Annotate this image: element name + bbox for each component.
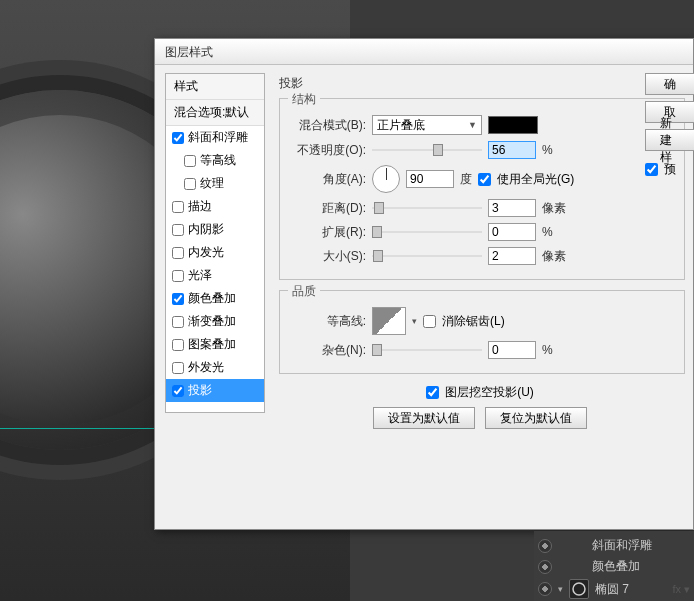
style-item-satin[interactable]: 光泽 (166, 264, 264, 287)
spread-slider[interactable] (372, 224, 482, 240)
contour-q-label: 等高线: (288, 313, 366, 330)
spread-unit: % (542, 225, 553, 239)
inner-shadow-checkbox[interactable] (172, 224, 184, 236)
blend-mode-select[interactable]: 正片叠底 ▼ (372, 115, 482, 135)
color-overlay-label: 颜色叠加 (188, 290, 236, 307)
outer-glow-label: 外发光 (188, 359, 224, 376)
distance-input[interactable] (488, 199, 536, 217)
contour-picker[interactable] (372, 307, 406, 335)
knockout-label: 图层挖空投影(U) (445, 384, 534, 401)
opacity-slider[interactable] (372, 142, 482, 158)
layer-fx-row[interactable]: 颜色叠加 (538, 556, 690, 577)
layer-fx-row[interactable]: 斜面和浮雕 (538, 535, 690, 556)
style-item-pattern-overlay[interactable]: 图案叠加 (166, 333, 264, 356)
style-item-gradient-overlay[interactable]: 渐变叠加 (166, 310, 264, 333)
visibility-icon[interactable] (538, 582, 552, 596)
angle-dial[interactable] (372, 165, 400, 193)
layer-name: 椭圆 7 (595, 581, 629, 598)
noise-label: 杂色(N): (288, 342, 366, 359)
size-label: 大小(S): (288, 248, 366, 265)
layer-style-dialog: 图层样式 样式 混合选项:默认 斜面和浮雕 等高线 纹理 描边 内阴影 内发光 … (154, 38, 694, 530)
satin-label: 光泽 (188, 267, 212, 284)
pattern-overlay-label: 图案叠加 (188, 336, 236, 353)
inner-glow-label: 内发光 (188, 244, 224, 261)
distance-slider[interactable] (372, 200, 482, 216)
contour-checkbox[interactable] (184, 155, 196, 167)
styles-list-panel: 样式 混合选项:默认 斜面和浮雕 等高线 纹理 描边 内阴影 内发光 光泽 颜色… (165, 73, 265, 413)
set-default-button[interactable]: 设置为默认值 (373, 407, 475, 429)
size-slider[interactable] (372, 248, 482, 264)
outer-glow-checkbox[interactable] (172, 362, 184, 374)
size-unit: 像素 (542, 248, 566, 265)
ok-button[interactable]: 确 (645, 73, 694, 95)
style-item-contour[interactable]: 等高线 (166, 149, 264, 172)
style-item-drop-shadow[interactable]: 投影 (166, 379, 264, 402)
ellipse-shape-icon (571, 581, 587, 597)
visibility-icon[interactable] (538, 539, 552, 553)
inner-glow-checkbox[interactable] (172, 247, 184, 259)
texture-checkbox[interactable] (184, 178, 196, 190)
distance-unit: 像素 (542, 200, 566, 217)
style-item-inner-shadow[interactable]: 内阴影 (166, 218, 264, 241)
blend-mode-value: 正片叠底 (377, 117, 425, 134)
stroke-checkbox[interactable] (172, 201, 184, 213)
color-overlay-checkbox[interactable] (172, 293, 184, 305)
spread-input[interactable] (488, 223, 536, 241)
quality-legend: 品质 (288, 283, 320, 300)
quality-fieldset: 品质 等高线: ▾ 消除锯齿(L) 杂色(N): % (279, 290, 685, 374)
styles-header[interactable]: 样式 (166, 74, 264, 100)
knockout-checkbox[interactable] (426, 386, 439, 399)
gradient-overlay-label: 渐变叠加 (188, 313, 236, 330)
noise-unit: % (542, 343, 553, 357)
layer-row[interactable]: ▾ 椭圆 7 fx ▾ (538, 577, 690, 601)
drop-shadow-label: 投影 (188, 382, 212, 399)
section-title: 投影 (275, 73, 685, 94)
shadow-color-swatch[interactable] (488, 116, 538, 134)
blend-mode-label: 混合模式(B): (288, 117, 366, 134)
visibility-icon[interactable] (538, 560, 552, 574)
spread-label: 扩展(R): (288, 224, 366, 241)
new-style-button[interactable]: 新建样 (645, 129, 694, 151)
angle-label: 角度(A): (288, 171, 366, 188)
blend-options-default[interactable]: 混合选项:默认 (166, 100, 264, 126)
anti-alias-checkbox[interactable] (423, 315, 436, 328)
style-item-texture[interactable]: 纹理 (166, 172, 264, 195)
distance-label: 距离(D): (288, 200, 366, 217)
inner-shadow-label: 内阴影 (188, 221, 224, 238)
angle-unit: 度 (460, 171, 472, 188)
chevron-down-icon: ▼ (468, 120, 477, 130)
pattern-overlay-checkbox[interactable] (172, 339, 184, 351)
fx-indicator[interactable]: fx ▾ (672, 583, 690, 596)
style-item-outer-glow[interactable]: 外发光 (166, 356, 264, 379)
style-item-bevel[interactable]: 斜面和浮雕 (166, 126, 264, 149)
texture-label: 纹理 (200, 175, 224, 192)
style-item-color-overlay[interactable]: 颜色叠加 (166, 287, 264, 310)
preview-checkbox[interactable] (645, 163, 658, 176)
drop-shadow-checkbox[interactable] (172, 385, 184, 397)
global-light-checkbox[interactable] (478, 173, 491, 186)
dialog-title: 图层样式 (155, 39, 693, 65)
satin-checkbox[interactable] (172, 270, 184, 282)
structure-fieldset: 结构 混合模式(B): 正片叠底 ▼ 不透明度(O): % 角度(A): 度 (279, 98, 685, 280)
stroke-label: 描边 (188, 198, 212, 215)
opacity-label: 不透明度(O): (288, 142, 366, 159)
svg-point-0 (573, 583, 585, 595)
chevron-down-icon[interactable]: ▾ (558, 584, 563, 594)
fx-color-overlay-label: 颜色叠加 (592, 558, 640, 575)
opacity-input[interactable] (488, 141, 536, 159)
style-item-inner-glow[interactable]: 内发光 (166, 241, 264, 264)
chevron-down-icon[interactable]: ▾ (412, 316, 417, 326)
angle-input[interactable] (406, 170, 454, 188)
size-input[interactable] (488, 247, 536, 265)
bevel-checkbox[interactable] (172, 132, 184, 144)
preview-label: 预 (664, 161, 676, 178)
gradient-overlay-checkbox[interactable] (172, 316, 184, 328)
noise-input[interactable] (488, 341, 536, 359)
layer-thumbnail[interactable] (569, 579, 589, 599)
settings-panel: 投影 结构 混合模式(B): 正片叠底 ▼ 不透明度(O): % 角度(A): (275, 73, 685, 521)
fx-bevel-label: 斜面和浮雕 (592, 537, 652, 554)
reset-default-button[interactable]: 复位为默认值 (485, 407, 587, 429)
noise-slider[interactable] (372, 342, 482, 358)
style-item-stroke[interactable]: 描边 (166, 195, 264, 218)
dark-top-panel (579, 0, 694, 38)
